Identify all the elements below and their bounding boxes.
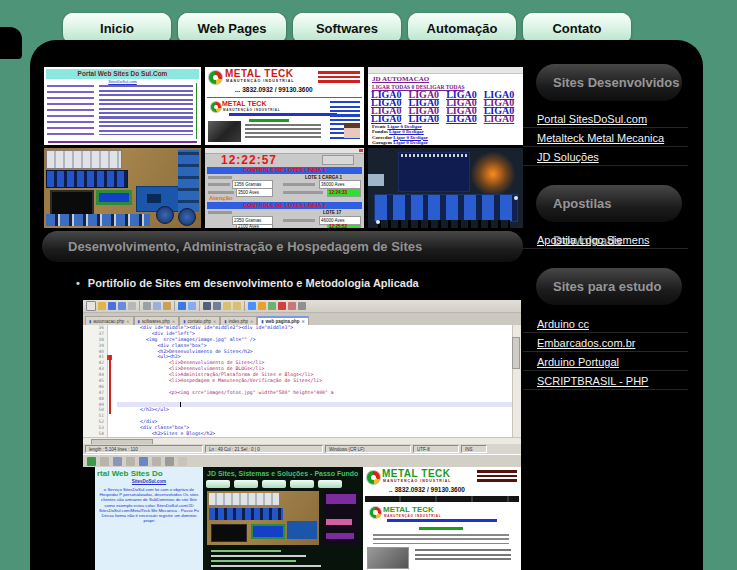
sidebar-block (326, 519, 352, 525)
metalteck-brand: METAL TECK (225, 68, 294, 79)
mini-tab (290, 480, 314, 488)
doc-icon (288, 302, 296, 310)
thumbnail-relay-module-photo[interactable] (368, 148, 523, 228)
close-icon (359, 149, 363, 152)
sidebar-link-embarcados[interactable]: Embarcados.com.br (523, 333, 688, 352)
line-number-gutter: 3637 3839 4041 4243 4445 4647 4849 5051 … (83, 325, 108, 437)
screw-dot (514, 196, 518, 200)
find-icon (203, 302, 211, 310)
status-eol: Windows (CR LF) (325, 445, 411, 453)
tab-label: index.php (228, 319, 248, 324)
sidebar-link-portal-sitesdosul[interactable]: Portal SitesDoSul.com (523, 109, 688, 128)
taskbar-icon (113, 457, 122, 466)
sidebar-links-sites: Portal SitesDoSul.com Metalteck Metal Me… (523, 109, 688, 166)
replace-icon (213, 302, 221, 310)
room-actions: Ligar 0 Desligar (393, 135, 428, 140)
room-actions: Ligar 0 Desligar (389, 129, 424, 134)
taskbar-icon (100, 457, 109, 466)
editor-tabbar: automacao.php softwares.php contato.php … (83, 313, 521, 325)
panel-portal-text[interactable]: rtal Web Sites Do SitesDoSul.com o Servi… (95, 467, 203, 570)
paste-icon (163, 302, 171, 310)
editor-tab: index.php (220, 316, 257, 325)
metalteck-phone: .. 3832.0932 / 99130.3600 (389, 486, 465, 493)
metalteck-tagline: MANUTENÇÃO INDUSTRIAL (226, 79, 294, 83)
tab-label: web pagina.php (266, 319, 300, 324)
text-lines-decoration (387, 519, 497, 522)
cut-icon (143, 302, 151, 310)
linha2-title-bar: CONTROLE DE LOTES LINHA 2 (207, 202, 362, 209)
relay-board (374, 194, 518, 222)
room-name: Corredor (372, 135, 392, 140)
status-position: Ln : 49 Col : 21 Sel : 0 | 0 (205, 445, 323, 453)
text-lines-decoration (245, 124, 321, 140)
close-icon (302, 319, 305, 324)
metalteck-gear-logo-icon (210, 101, 222, 113)
wires (378, 220, 510, 228)
linha2-tempo: 12:25:52 (327, 224, 361, 228)
doc-icon (298, 302, 306, 310)
undo-icon (178, 302, 186, 310)
arduino-board (398, 152, 470, 192)
editor-toolbar (83, 300, 521, 313)
liga-grid: LIGA0LIGA0LIGA0LIGA0 LIGA0LIGA0LIGA0LIGA… (371, 91, 521, 123)
thumbnail-jd-automacao[interactable]: JD AUTOMACAO LIGAR TODAS 0 DESLIGAR TODA… (368, 67, 523, 145)
metalteck-tagline: MANUTENÇÃO INDUSTRIAL (383, 479, 451, 483)
arduino-board (287, 521, 317, 539)
jd-panel-sidebar (323, 491, 359, 545)
text-lines-decoration (415, 549, 511, 563)
sidebar-link-arduino-portugal[interactable]: Arduino Portugal (523, 352, 688, 371)
relay-bank (209, 493, 279, 505)
thumbnail-portal-sitesdosul[interactable]: Portal Web Sites Do Sul.Com SitesDoSul.c… (44, 67, 201, 145)
text-lines-decoration (373, 534, 509, 544)
code-editor-screenshot[interactable]: automacao.php softwares.php contato.php … (83, 300, 521, 467)
editor-tab: softwares.php (134, 316, 180, 325)
pcb-stack (178, 150, 199, 212)
status-encoding: UTF-8 (413, 445, 459, 453)
sidebar-block (326, 494, 356, 504)
panel-metalteck-card[interactable]: METAL TECK MANUTENÇÃO INDUSTRIAL .. 3832… (363, 467, 521, 570)
sidebar-link-metalteck[interactable]: Metalteck Metal Mecanica (523, 128, 688, 147)
save-all-icon (118, 302, 126, 310)
blue-relay-module (46, 170, 128, 188)
metalteck-gear-logo-icon (369, 506, 382, 519)
status-insert-mode: INS (461, 445, 487, 453)
close-icon (213, 319, 216, 324)
screw-dot (376, 220, 380, 224)
linha1-title-bar: CONTROLE DE LOTES LINHA 1 (207, 167, 362, 174)
taskbar-icon (165, 457, 174, 466)
text-lines-decoration (318, 71, 360, 85)
open-folder-icon (98, 302, 106, 310)
tab-label: contato.php (187, 319, 211, 324)
workshop-photo (367, 547, 409, 569)
metalteck-inner-tagline: MANUTENÇÃO INDUSTRIAL (384, 514, 441, 518)
label-smudge (208, 183, 230, 186)
room-actions: Ligar 0 Desligar (393, 140, 428, 145)
thumbnail-electronics-boards-photo[interactable] (44, 148, 201, 228)
sidebar-link-apostila-logo-siemens[interactable]: Apostila Logo Siemens (523, 230, 688, 249)
text-lines-decoration (419, 527, 463, 530)
metalteck-inner-brand: METAL TECK (222, 100, 266, 107)
taskbar-icon (139, 457, 148, 466)
sidebar-link-scriptbrasil[interactable]: SCRIPTBRASIL - PHP (523, 371, 688, 390)
linha1-tempo: 12:24:33 (327, 188, 361, 197)
sidebar-heading-sites-estudo: Sites para estudo (536, 268, 682, 305)
macro-icon (258, 302, 266, 310)
start-icon (87, 457, 96, 466)
dark-lcd-display (211, 524, 247, 542)
taskbar-strip (83, 454, 521, 467)
thumbnail-clp-supervisorio[interactable]: 12:22:57 CONTROLE DE LOTES LINHA 1 LOTE … (205, 148, 364, 228)
taskbar-icon (178, 457, 187, 466)
print-icon (128, 302, 136, 310)
sidebar-link-arduino-cc[interactable]: Arduino cc (523, 314, 688, 333)
sidebar-links-apostilas: Apostila Logo Siemens (523, 230, 688, 249)
blue-relay-module (209, 508, 283, 520)
thumbnail-metalteck-site[interactable]: METAL TECK MANUTENÇÃO INDUSTRIAL ... 383… (205, 67, 364, 145)
taskbar-icon (152, 457, 161, 466)
zoom-out-icon (233, 302, 241, 310)
room-name: Fundos (372, 129, 388, 134)
panel-jd-sites[interactable]: JD Sites, Sistemas e Soluções - Passo Fu… (203, 467, 363, 570)
sidebar-link-jd-solucoes[interactable]: JD Soluções (523, 147, 688, 166)
small-modules-row (46, 214, 150, 226)
close-icon (250, 319, 253, 324)
label-smudge (283, 191, 323, 194)
